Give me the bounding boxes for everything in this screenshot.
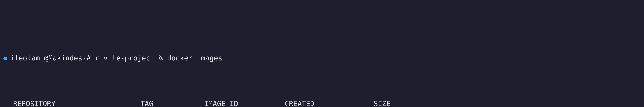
prompt-line[interactable]: ● ileolami@Makindes-Air vite-project % d… (3, 54, 641, 63)
command-text: docker images (167, 54, 222, 63)
prompt-separator: % (159, 54, 163, 63)
docker-images-output: REPOSITORY TAG IMAGE ID CREATED SIZE web… (3, 81, 641, 107)
prompt-bullet-icon: ● (3, 54, 7, 62)
partial-previous-output (3, 33, 641, 35)
header-size: SIZE (374, 99, 390, 107)
header-image-id: IMAGE ID (204, 99, 285, 107)
header-repository: REPOSITORY (13, 99, 140, 107)
table-header-row: REPOSITORY TAG IMAGE ID CREATED SIZE (13, 99, 641, 107)
prompt-space3 (163, 54, 167, 63)
prompt-cwd: vite-project (104, 54, 154, 63)
prompt-user-host: ileolami@Makindes-Air (10, 54, 99, 63)
header-created: CREATED (285, 99, 374, 107)
prompt-space2 (154, 54, 159, 63)
header-tag: TAG (140, 99, 204, 107)
prompt-space (99, 54, 104, 63)
